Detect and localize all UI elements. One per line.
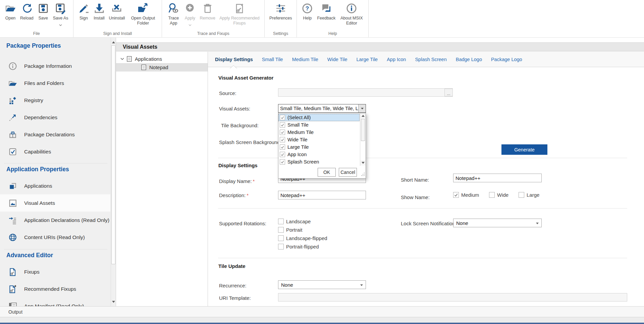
- chevron-down-icon[interactable]: [120, 58, 124, 60]
- show-name-wide-checkbox[interactable]: Wide: [489, 192, 508, 198]
- checkbox-checked[interactable]: [280, 144, 285, 150]
- checkbox-checked[interactable]: [280, 122, 285, 128]
- scroll-down-icon[interactable]: [111, 299, 116, 305]
- checkbox-unchecked[interactable]: [519, 192, 524, 198]
- dropdown-scrollbar[interactable]: [360, 113, 366, 166]
- sidebar-item-content-uris[interactable]: Content URIs (Read Only): [0, 229, 110, 246]
- checkbox-checked[interactable]: [280, 137, 285, 142]
- ribbon-group-label-settings: Settings: [265, 31, 297, 36]
- tab-app-icon[interactable]: App Icon: [387, 57, 406, 62]
- browse-button[interactable]: ...: [444, 89, 453, 96]
- sidebar-item-application-declarations[interactable]: Application Declarations (Read Only): [0, 212, 110, 229]
- sidebar-item-capabilities[interactable]: Capabilities: [0, 143, 110, 160]
- tab-wide-tile[interactable]: Wide Tile: [327, 57, 347, 62]
- show-name-large-checkbox[interactable]: Large: [519, 192, 539, 198]
- chevron-down-icon: [361, 108, 364, 109]
- checkbox-checked[interactable]: [453, 192, 459, 198]
- ok-button[interactable]: OK: [318, 168, 336, 177]
- sidebar-item-visual-assets[interactable]: Visual Assets: [0, 194, 110, 212]
- sidebar-scrollbar[interactable]: [111, 38, 116, 306]
- dropdown-item-small-tile[interactable]: Small Tile: [278, 121, 360, 129]
- tab-splash-screen[interactable]: Splash Screen: [415, 57, 446, 62]
- checkbox-unchecked[interactable]: [489, 192, 495, 198]
- tab-badge-logo[interactable]: Badge Logo: [456, 57, 482, 62]
- combobox-dropdown-button[interactable]: [358, 104, 366, 112]
- sidebar-item-recommended-fixups[interactable]: Recommended Fixups: [0, 280, 110, 297]
- checkbox-label: Landscape-flipped: [286, 235, 327, 241]
- tab-display-settings[interactable]: Display Settings: [215, 57, 253, 62]
- checkbox-checked[interactable]: [280, 115, 285, 120]
- checkbox-checked[interactable]: [280, 130, 285, 135]
- show-name-medium-checkbox[interactable]: Medium: [453, 192, 479, 198]
- help-button[interactable]: ? Help: [300, 2, 315, 21]
- about-msix-editor-button[interactable]: About MSIX Editor: [337, 2, 366, 26]
- install-button[interactable]: Install: [92, 2, 107, 21]
- checkbox-unchecked[interactable]: [278, 227, 284, 233]
- checkbox-unchecked[interactable]: [278, 244, 284, 249]
- chevron-down-icon: [536, 223, 539, 224]
- dropdown-item-app-icon[interactable]: App Icon: [278, 151, 360, 158]
- sign-button[interactable]: Sign: [76, 2, 92, 21]
- save-button[interactable]: Save: [36, 2, 51, 21]
- dropdown-scrollbar-thumb[interactable]: [361, 119, 365, 141]
- dropdown-item-splash-screen[interactable]: Splash Screen: [278, 158, 360, 166]
- checkbox-checked[interactable]: [280, 152, 285, 157]
- tile-update-heading: Tile Update: [218, 263, 246, 269]
- recurrence-select[interactable]: None: [278, 280, 366, 289]
- rotation-portrait-checkbox[interactable]: Portrait: [278, 227, 302, 233]
- checkbox-unchecked[interactable]: [278, 235, 284, 241]
- sidebar-item-dependencies[interactable]: Dependencies: [0, 109, 110, 126]
- reload-button[interactable]: Reload: [18, 2, 36, 21]
- rotation-landscape-checkbox[interactable]: Landscape: [278, 219, 311, 224]
- tree-node-notepad[interactable]: Notepad: [116, 63, 208, 72]
- chevron-down-icon[interactable]: [59, 21, 62, 28]
- tab-package-logo[interactable]: Package Logo: [491, 57, 522, 62]
- lock-screen-notifications-select[interactable]: None: [453, 219, 542, 227]
- sidebar-item-app-manifest[interactable]: App Manifest (Read Only): [0, 297, 110, 306]
- dropdown-item-medium-tile[interactable]: Medium Tile: [278, 129, 360, 136]
- generate-button[interactable]: Generate: [501, 144, 547, 155]
- checkbox-unchecked[interactable]: [278, 219, 284, 224]
- checkbox-checked[interactable]: [280, 159, 285, 165]
- tree-node-applications[interactable]: Applications: [116, 55, 208, 63]
- description-input[interactable]: [278, 191, 366, 199]
- uri-template-input[interactable]: [278, 293, 627, 302]
- rotation-landscape-flipped-checkbox[interactable]: Landscape-flipped: [278, 235, 327, 241]
- scroll-up-icon[interactable]: [111, 39, 116, 45]
- open-button[interactable]: Open: [3, 2, 18, 21]
- preferences-button[interactable]: Preferences: [267, 2, 294, 21]
- sidebar-item-package-information[interactable]: Package Information: [0, 57, 110, 75]
- sidebar-scrollbar-thumb[interactable]: [111, 45, 115, 264]
- open-output-folder-button[interactable]: Open Output Folder: [127, 2, 159, 26]
- tab-large-tile[interactable]: Large Tile: [356, 57, 378, 62]
- scroll-up-icon[interactable]: [360, 113, 366, 119]
- rotation-portrait-flipped-checkbox[interactable]: Portrait-flipped: [278, 244, 319, 249]
- tab-small-tile[interactable]: Small Tile: [262, 57, 283, 62]
- dropdown-item-large-tile[interactable]: Large Tile: [278, 143, 360, 151]
- cancel-button[interactable]: Cancel: [339, 168, 357, 177]
- source-input[interactable]: [278, 88, 453, 97]
- tab-medium-tile[interactable]: Medium Tile: [292, 57, 318, 62]
- display-name-label: Display Name:*: [219, 178, 255, 184]
- sidebar-item-registry[interactable]: Registry: [0, 92, 110, 109]
- feedback-button[interactable]: Feedback: [315, 2, 337, 21]
- sidebar-item-applications[interactable]: Applications: [0, 177, 110, 194]
- sidebar-item-fixups[interactable]: Fixups: [0, 263, 110, 280]
- resize-grip-icon[interactable]: [361, 172, 365, 178]
- short-name-input[interactable]: [453, 174, 542, 182]
- dropdown-footer: OK Cancel: [278, 166, 366, 178]
- trace-app-button[interactable]: Trace App: [165, 2, 182, 26]
- dropdown-item-select-all[interactable]: (Select All): [278, 114, 360, 121]
- sidebar-item-package-declarations[interactable]: Package Declarations: [0, 126, 110, 143]
- uninstall-button[interactable]: Uninstall: [107, 2, 127, 21]
- scroll-down-icon[interactable]: [360, 160, 366, 166]
- sign-label: Sign: [79, 16, 88, 21]
- visual-assets-combobox[interactable]: Small Tile, Medium Tile, Wide Tile, Larg…: [278, 104, 366, 113]
- sidebar-item-files-and-folders[interactable]: Files and Folders: [0, 75, 110, 92]
- help-label: Help: [303, 16, 312, 21]
- page-title: Visual Assets: [123, 44, 157, 50]
- section-divider: [218, 208, 627, 209]
- dropdown-item-wide-tile[interactable]: Wide Tile: [278, 136, 360, 143]
- output-panel-header[interactable]: Output: [0, 306, 644, 317]
- save-as-button[interactable]: Save As: [51, 2, 70, 28]
